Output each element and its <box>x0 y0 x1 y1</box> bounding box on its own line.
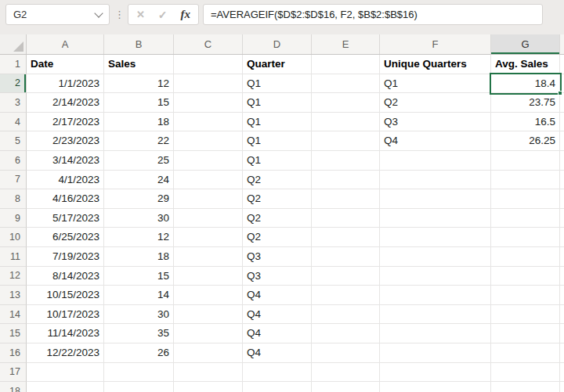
cell-A18[interactable] <box>27 382 104 392</box>
cell-G18[interactable] <box>491 382 560 392</box>
cell-A6[interactable]: 3/14/2023 <box>27 151 104 171</box>
cell-E3[interactable] <box>312 93 380 113</box>
row-header-8[interactable]: 8 <box>0 189 27 209</box>
cell-A7[interactable]: 4/1/2023 <box>27 171 104 190</box>
cell-B10[interactable]: 12 <box>104 228 174 247</box>
cell-C1[interactable] <box>174 55 243 74</box>
row-header-17[interactable]: 17 <box>0 363 27 383</box>
cell-E8[interactable] <box>312 189 380 209</box>
cell-E7[interactable] <box>312 171 380 190</box>
cell-G1[interactable]: Avg. Sales <box>491 55 560 74</box>
cell-E11[interactable] <box>312 247 380 267</box>
cell-G9[interactable] <box>491 209 560 228</box>
column-header-E[interactable]: E <box>312 34 380 54</box>
cell-F13[interactable] <box>380 286 491 305</box>
cell-G10[interactable] <box>491 228 560 247</box>
cell-G3[interactable]: 23.75 <box>491 93 560 113</box>
row-header-6[interactable]: 6 <box>0 151 27 171</box>
cell-F15[interactable] <box>380 324 491 343</box>
row-header-14[interactable]: 14 <box>0 305 27 325</box>
row-header-10[interactable]: 10 <box>0 228 27 247</box>
cell-B2[interactable]: 12 <box>104 74 174 94</box>
cell-A2[interactable]: 1/1/2023 <box>27 74 104 94</box>
row-header-9[interactable]: 9 <box>0 209 27 228</box>
cell-C4[interactable] <box>174 113 243 132</box>
cell-F1[interactable]: Unique Quarters <box>380 55 491 74</box>
column-header-G[interactable]: G <box>491 34 560 54</box>
row-header-15[interactable]: 15 <box>0 324 27 343</box>
row-header-18[interactable]: 18 <box>0 382 27 392</box>
column-header-A[interactable]: A <box>27 34 104 54</box>
column-header-D[interactable]: D <box>243 34 312 54</box>
cell-C10[interactable] <box>174 228 243 247</box>
cell-G8[interactable] <box>491 189 560 209</box>
cell-F14[interactable] <box>380 305 491 325</box>
cell-A9[interactable]: 5/17/2023 <box>27 209 104 228</box>
cell-D17[interactable] <box>243 363 312 383</box>
cell-B9[interactable]: 30 <box>104 209 174 228</box>
cell-D13[interactable]: Q4 <box>243 286 312 305</box>
cell-D1[interactable]: Quarter <box>243 55 312 74</box>
cell-C18[interactable] <box>174 382 243 392</box>
cell-G4[interactable]: 16.5 <box>491 113 560 132</box>
cell-G5[interactable]: 26.25 <box>491 131 560 151</box>
cell-G2[interactable]: 18.4 <box>491 74 560 94</box>
cell-G12[interactable] <box>491 267 560 286</box>
cell-G15[interactable] <box>491 324 560 343</box>
row-header-2[interactable]: 2 <box>0 74 27 94</box>
cell-G13[interactable] <box>491 286 560 305</box>
cell-B12[interactable]: 15 <box>104 267 174 286</box>
cell-F11[interactable] <box>380 247 491 267</box>
cell-D15[interactable]: Q4 <box>243 324 312 343</box>
cell-A3[interactable]: 2/14/2023 <box>27 93 104 113</box>
cell-E5[interactable] <box>312 131 380 151</box>
cell-D12[interactable]: Q3 <box>243 267 312 286</box>
cancel-icon[interactable]: ✕ <box>136 9 145 20</box>
cell-C16[interactable] <box>174 343 243 363</box>
chevron-down-icon[interactable] <box>94 9 103 17</box>
cell-E18[interactable] <box>312 382 380 392</box>
cell-E9[interactable] <box>312 209 380 228</box>
cell-A15[interactable]: 11/14/2023 <box>27 324 104 343</box>
cell-E1[interactable] <box>312 55 380 74</box>
cell-F3[interactable]: Q2 <box>380 93 491 113</box>
row-header-1[interactable]: 1 <box>0 55 27 74</box>
cell-G7[interactable] <box>491 171 560 190</box>
cell-G17[interactable] <box>491 363 560 383</box>
cell-D14[interactable]: Q4 <box>243 305 312 325</box>
row-header-11[interactable]: 11 <box>0 247 27 267</box>
cell-C3[interactable] <box>174 93 243 113</box>
cell-F8[interactable] <box>380 189 491 209</box>
cell-B1[interactable]: Sales <box>104 55 174 74</box>
cell-B18[interactable] <box>104 382 174 392</box>
cell-D16[interactable]: Q4 <box>243 343 312 363</box>
cell-A11[interactable]: 7/19/2023 <box>27 247 104 267</box>
cell-F5[interactable]: Q4 <box>380 131 491 151</box>
cell-A8[interactable]: 4/16/2023 <box>27 189 104 209</box>
cell-F2[interactable]: Q1 <box>380 74 491 94</box>
cell-F12[interactable] <box>380 267 491 286</box>
cell-E13[interactable] <box>312 286 380 305</box>
cell-B8[interactable]: 29 <box>104 189 174 209</box>
cell-C11[interactable] <box>174 247 243 267</box>
cell-A17[interactable] <box>27 363 104 383</box>
cell-B4[interactable]: 18 <box>104 113 174 132</box>
cell-E17[interactable] <box>312 363 380 383</box>
cell-A4[interactable]: 2/17/2023 <box>27 113 104 132</box>
cell-A16[interactable]: 12/22/2023 <box>27 343 104 363</box>
cell-C13[interactable] <box>174 286 243 305</box>
cell-A10[interactable]: 6/25/2023 <box>27 228 104 247</box>
cell-B17[interactable] <box>104 363 174 383</box>
cell-C8[interactable] <box>174 189 243 209</box>
cell-B14[interactable]: 30 <box>104 305 174 325</box>
row-header-13[interactable]: 13 <box>0 286 27 305</box>
cell-D9[interactable]: Q2 <box>243 209 312 228</box>
cell-F18[interactable] <box>380 382 491 392</box>
row-header-4[interactable]: 4 <box>0 113 27 132</box>
cell-E16[interactable] <box>312 343 380 363</box>
column-header-F[interactable]: F <box>380 34 491 54</box>
cell-D5[interactable]: Q1 <box>243 131 312 151</box>
cell-D10[interactable]: Q2 <box>243 228 312 247</box>
cell-D11[interactable]: Q3 <box>243 247 312 267</box>
formula-bar-resize-handle[interactable]: ⋮ <box>114 8 122 21</box>
